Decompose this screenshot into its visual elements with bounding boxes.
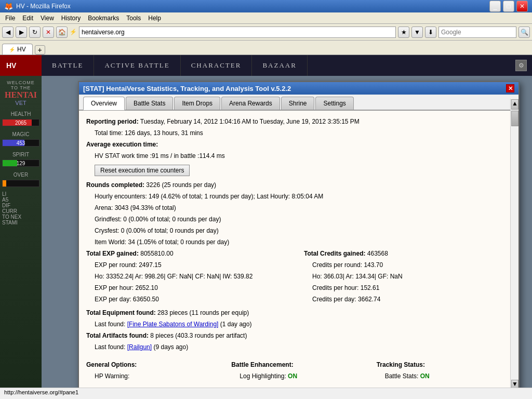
stat-dialog-close-button[interactable]: ✕ [506,84,514,92]
total-credits-label: Total Credits gained: [304,250,365,257]
tracking-status-col: Tracking Status: Battle Stats: ON [377,360,511,383]
total-artifacts-value: 8 pieces (403.3 rounds per artifact) [150,332,247,339]
hp-warning-label: HP Warning: [95,373,129,380]
general-options-label: General Options: [86,361,137,368]
credits-ho-row: Ho: 366.03| Ar: 134.34| GF: NaN [304,272,511,281]
sidebar-curr: CURR [2,208,39,214]
spirit-bar: 129 [2,159,39,167]
spirit-label: SPIRIT [2,151,39,158]
total-time-value: 126 days, 13 hours, 31 mins [125,129,203,137]
nav-icon-area: ⚙ [510,55,532,76]
bookmark-down[interactable]: ▼ [411,26,423,38]
tab-overview[interactable]: Overview [83,97,125,110]
hv-nav: HV BATTLE ACTIVE BATTLE CHARACTER BAZAAR… [0,55,532,76]
search-button[interactable]: 🔍 [518,26,530,38]
arena-text: Arena: 3043 (94.33% of total) [95,204,176,211]
spirit-value: 129 [3,160,39,167]
sidebar-a5: A5 [2,197,39,203]
menu-history[interactable]: History [58,14,84,23]
menu-edit[interactable]: Edit [19,14,36,23]
hv-body: WELCOMETO THE HENTAI VET HEALTH 2065 MAG… [0,76,532,388]
stop-button[interactable]: ✕ [43,26,54,38]
nav-character-label: CHARACTER [191,61,242,70]
exp-per-round-label: EXP per round: [95,261,137,269]
credits-ho: Ho: 366.03| Ar: 134.34| GF: NaN [312,273,403,280]
grindfest-row: Grindfest: 0 (0.00% of total; 0 rounds p… [86,215,511,224]
tab-shrine[interactable]: Shrine [281,97,315,110]
reset-exec-button[interactable]: Reset execution time counters [95,165,190,176]
scroll-down-arrow[interactable]: ▼ [511,380,518,388]
nav-active-battle[interactable]: ACTIVE BATTLE [94,55,180,76]
last-equip-link[interactable]: [Fine Plate Sabatons of Warding] [127,321,219,328]
tab-settings[interactable]: Settings [315,97,353,110]
minimize-button[interactable]: _ [489,1,501,12]
item-world-text: Item World: 34 (1.05% of total; 0 rounds… [95,238,229,246]
sidebar-dif: DIF [2,203,39,208]
search-input[interactable] [438,26,516,38]
forward-button[interactable]: ▶ [16,26,27,38]
hv-logo: HV [0,55,42,76]
exp-per-day-value: 63650.50 [133,296,159,303]
tab-battle-stats[interactable]: Battle Stats [126,97,173,110]
stat-tabs: Overview Battle Stats Item Drops Arena R… [79,95,518,111]
credits-per-round-row: Credits per round: 143.70 [304,260,511,270]
menu-tools[interactable]: Tools [123,14,144,23]
tab-settings-label: Settings [323,100,345,107]
hentai-title: HENTAI [2,90,39,100]
over-bar [2,180,39,187]
menu-bookmarks[interactable]: Bookmarks [85,14,122,23]
reload-button[interactable]: ↻ [29,26,41,38]
exp-per-day-label: EXP per day: [95,296,131,303]
tab-battle-stats-label: Battle Stats [134,100,165,107]
log-highlighting-label: Log Highlighting: [240,373,286,380]
menu-view[interactable]: View [37,14,57,23]
close-button[interactable]: ✕ [516,1,528,12]
maximize-button[interactable]: □ [503,1,514,12]
menu-file[interactable]: File [2,14,18,23]
back-button[interactable]: ◀ [2,26,14,38]
sidebar-tonex: TO NEX [2,214,39,220]
tab-arena-rewards[interactable]: Arena Rewards [221,97,280,110]
last-artifact-link[interactable]: [Railgun] [127,343,152,351]
reset-btn-row: Reset execution time counters [86,163,511,178]
tab-item-drops[interactable]: Item Drops [174,97,220,110]
credits-per-round-label: Credits per round: [312,261,362,269]
home-button[interactable]: 🏠 [56,26,68,38]
menu-help[interactable]: Help [145,14,164,23]
dialog-scrollbar[interactable]: ▲ ▼ [510,99,518,388]
hv-main: [STAT] HentaiVerse Statistics, Tracking,… [42,76,532,388]
log-highlighting-row: Log Highlighting: ON [231,371,366,381]
bookmark-star[interactable]: ★ [398,26,409,38]
exp-credits-section: Total EXP gained: 8055810.00 EXP per rou… [86,249,511,306]
grindfest-text: Grindfest: 0 (0.00% of total; 0 rounds p… [95,216,221,223]
sidebar-stami: STAMI [2,220,39,225]
credits-col: Total Credits gained: 463568 Credits per… [304,249,511,306]
log-highlighting-value: ON [288,373,297,380]
address-input[interactable] [79,26,396,38]
options-section: General Options: HP Warning: Battle Enha… [86,360,511,383]
scroll-thumb[interactable] [511,111,518,126]
nav-battle[interactable]: BATTLE [42,55,94,76]
total-artifacts-label: Total Artifacts found: [86,332,149,339]
address-bar-container: ⚡ [70,26,396,38]
download-button[interactable]: ⬇ [425,26,436,38]
browser-toolbar: ◀ ▶ ↻ ✕ 🏠 ⚡ ★ ▼ ⬇ 🔍 [0,24,532,41]
general-options-header: General Options: [86,360,221,369]
stat-dialog-titlebar: [STAT] HentaiVerse Statistics, Tracking,… [79,82,518,95]
browser-menubar: File Edit View History Bookmarks Tools H… [0,12,532,24]
scroll-up-arrow[interactable]: ▲ [511,99,518,110]
browser-tab-hv[interactable]: ⚡ HV [2,44,33,55]
hourly-text: Hourly encounters: 149 (4.62% of total; … [95,193,323,200]
exp-per-day-row: EXP per day: 63650.50 [86,295,294,304]
total-equip-label: Total Equipment found: [86,309,156,316]
nav-character[interactable]: CHARACTER [181,55,252,76]
exp-col: Total EXP gained: 8055810.00 EXP per rou… [86,249,294,306]
welcome-text: WELCOMETO THE [2,80,39,90]
total-time-label: Total time: [95,129,123,137]
new-tab-button[interactable]: + [35,45,45,55]
sidebar-over: OVER [2,171,39,187]
settings-icon[interactable]: ⚙ [515,60,527,71]
magic-bar: 453 [2,139,39,147]
total-equip-value: 283 pieces (11 rounds per equip) [157,309,249,316]
nav-bazaar[interactable]: BAZAAR [252,55,307,76]
